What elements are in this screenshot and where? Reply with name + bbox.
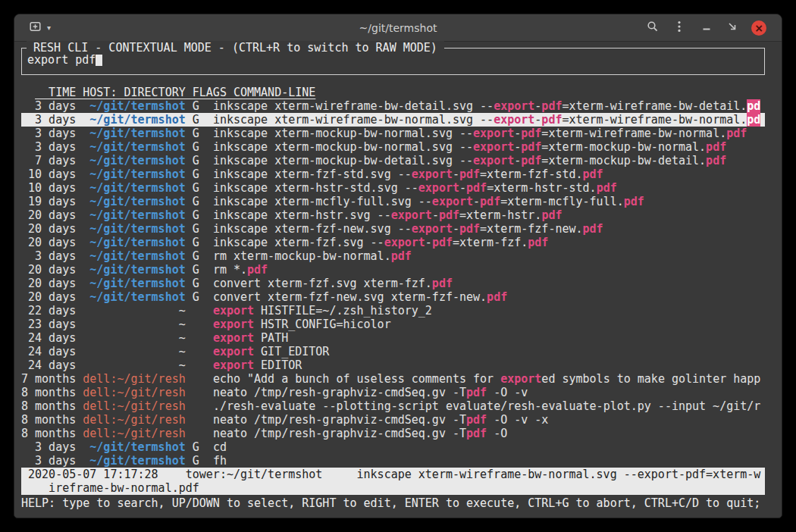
history-row[interactable]: 20 days ~/git/termshot G convert xterm-f… bbox=[21, 277, 765, 290]
restore-icon bbox=[727, 21, 738, 34]
terminal-screen: RESH CLI - CONTEXTUAL MODE - (CTRL+R to … bbox=[14, 42, 765, 510]
history-row[interactable]: 8 months dell:~/git/resh neato /tmp/resh… bbox=[21, 386, 765, 399]
caret-down-icon[interactable]: ▾ bbox=[47, 24, 51, 32]
history-row[interactable]: 10 days ~/git/termshot G inkscape xterm-… bbox=[21, 167, 765, 181]
detail-panel: 2020-05-07 17:17:28 tower:~/git/termshot… bbox=[21, 468, 765, 495]
history-row[interactable]: 7 months dell:~/git/resh echo "Add a bun… bbox=[21, 372, 765, 386]
menu-button[interactable] bbox=[677, 20, 682, 35]
magnifier-icon bbox=[647, 20, 659, 35]
table-header-text: TIME HOST: DIRECTORY FLAGS COMMAND-LINE bbox=[35, 86, 315, 99]
restore-button[interactable] bbox=[727, 21, 738, 34]
search-query-text: export pdf bbox=[27, 53, 96, 67]
history-row[interactable]: 7 days ~/git/termshot G inkscape xterm-m… bbox=[21, 154, 765, 167]
text-cursor bbox=[96, 54, 102, 66]
minimize-button[interactable] bbox=[701, 21, 712, 34]
history-row[interactable]: 3 days ~/git/termshot G fh bbox=[21, 454, 765, 468]
close-icon: × bbox=[754, 23, 763, 33]
search-button[interactable] bbox=[647, 20, 659, 35]
close-button[interactable]: × bbox=[751, 20, 766, 36]
search-box[interactable]: RESH CLI - CONTEXTUAL MODE - (CTRL+R to … bbox=[21, 48, 765, 75]
history-row[interactable]: 20 days ~/git/termshot G inkscape xterm-… bbox=[21, 222, 765, 236]
history-row[interactable]: 3 days ~/git/termshot G inkscape xterm-w… bbox=[21, 113, 765, 127]
history-row[interactable]: 8 months dell:~/git/resh neato /tmp/resh… bbox=[21, 413, 765, 427]
history-row[interactable]: 20 days ~/git/termshot G rm *.pdf bbox=[21, 263, 765, 277]
titlebar[interactable]: ▾ ~/git/termshot bbox=[14, 14, 782, 42]
history-row[interactable]: 8 months dell:~/git/resh ./resh-evaluate… bbox=[21, 399, 765, 413]
history-row[interactable]: 3 days ~/git/termshot G rm xterm-mockup-… bbox=[21, 249, 765, 263]
window-controls: × bbox=[647, 20, 766, 36]
help-bar: HELP: type to search, UP/DOWN to select,… bbox=[21, 495, 765, 510]
history-row[interactable]: 3 days ~/git/termshot G inkscape xterm-w… bbox=[21, 99, 765, 113]
history-row[interactable]: 8 months dell:~/git/resh neato /tmp/resh… bbox=[21, 427, 765, 440]
new-tab-icon bbox=[30, 20, 42, 35]
history-row[interactable]: 20 days ~/git/termshot G convert xterm-f… bbox=[21, 290, 765, 304]
history-row[interactable]: 3 days ~/git/termshot G inkscape xterm-m… bbox=[21, 127, 765, 140]
minimize-icon bbox=[701, 21, 712, 34]
history-row[interactable]: 3 days ~/git/termshot G inkscape xterm-m… bbox=[21, 140, 765, 154]
history-row[interactable]: 10 days ~/git/termshot G inkscape xterm-… bbox=[21, 181, 765, 195]
history-row[interactable]: 3 days ~/git/termshot G cd bbox=[21, 440, 765, 454]
history-rows: 3 days ~/git/termshot G inkscape xterm-w… bbox=[21, 99, 765, 468]
history-row[interactable]: 23 days ~ export HSTR_CONFIG=hicolor bbox=[21, 318, 765, 331]
kebab-menu-icon bbox=[677, 20, 682, 35]
detail-line: ireframe-bw-normal.pdf bbox=[21, 481, 765, 495]
detail-line: 2020-05-07 17:17:28 tower:~/git/termshot… bbox=[21, 468, 765, 481]
table-header: TIME HOST: DIRECTORY FLAGS COMMAND-LINE bbox=[21, 86, 765, 99]
terminal-window: ▾ ~/git/termshot bbox=[14, 14, 782, 518]
history-row[interactable]: 19 days ~/git/termshot G inkscape xterm-… bbox=[21, 195, 765, 208]
history-row[interactable]: 22 days ~ export HISTFILE=~/.zsh_history… bbox=[21, 304, 765, 318]
history-row[interactable]: 20 days ~/git/termshot G inkscape xterm-… bbox=[21, 208, 765, 222]
history-row[interactable]: 24 days ~ export EDITOR bbox=[21, 358, 765, 372]
new-tab-button[interactable] bbox=[30, 20, 42, 35]
history-row[interactable]: 24 days ~ export GIT_EDITOR bbox=[21, 345, 765, 358]
history-row[interactable]: 24 days ~ export PATH bbox=[21, 331, 765, 345]
history-row[interactable]: 20 days ~/git/termshot G inkscape xterm-… bbox=[21, 236, 765, 249]
tab-controls: ▾ bbox=[30, 20, 51, 35]
search-box-title: RESH CLI - CONTEXTUAL MODE - (CTRL+R to … bbox=[27, 41, 444, 55]
